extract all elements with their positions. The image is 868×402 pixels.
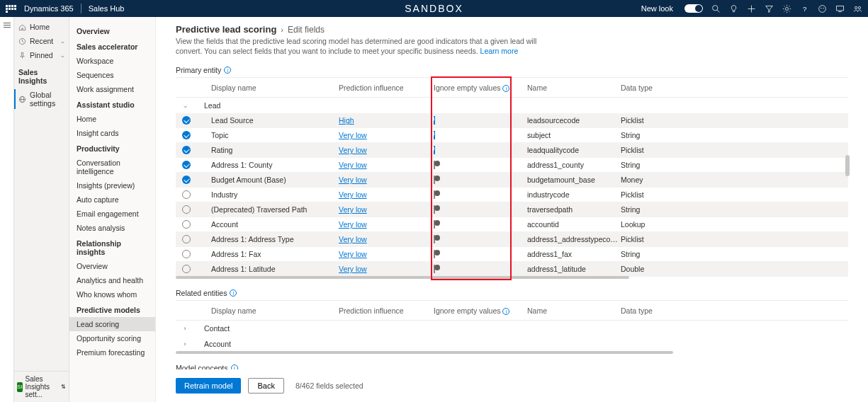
settings-icon[interactable] (782, 4, 791, 13)
settings-nav-item[interactable]: Lead scoring (69, 317, 155, 331)
ignore-toggle[interactable] (434, 265, 435, 273)
col-influence[interactable]: Prediction influence (336, 84, 431, 92)
row-checkbox[interactable] (182, 190, 191, 199)
settings-nav-item[interactable]: Analytics and health (69, 273, 155, 287)
ignore-toggle[interactable] (434, 161, 435, 169)
settings-nav-item[interactable]: Conversation intelligence (69, 156, 155, 178)
row-checkbox[interactable] (182, 265, 191, 273)
ignore-toggle[interactable] (434, 146, 435, 154)
influence-link[interactable]: Very low (339, 235, 367, 243)
back-button[interactable]: Back (248, 378, 283, 394)
filter-icon[interactable] (765, 4, 774, 13)
screen-icon[interactable] (835, 4, 845, 13)
horizontal-scrollbar[interactable] (176, 276, 629, 279)
table-row[interactable]: (Deprecated) Traversed PathVery lowtrave… (176, 202, 848, 217)
influence-link[interactable]: High (339, 116, 354, 125)
settings-nav-item[interactable]: Insight cards (69, 126, 155, 140)
settings-nav-item[interactable]: Email engagement (69, 207, 155, 221)
horizontal-scrollbar[interactable] (176, 351, 673, 354)
ignore-toggle[interactable] (434, 176, 435, 184)
ignore-toggle[interactable] (434, 190, 435, 199)
ignore-toggle[interactable] (434, 220, 435, 229)
teams-icon[interactable] (853, 4, 862, 13)
settings-nav-item[interactable]: Sequences (69, 68, 155, 82)
settings-nav-item[interactable]: Notes analysis (69, 221, 155, 235)
table-row[interactable]: Address 1: LatitudeVery lowaddress1_lati… (176, 262, 848, 277)
col-type[interactable]: Data type (618, 84, 673, 92)
table-row[interactable]: RatingVery lowleadqualitycodePicklist (176, 143, 848, 158)
settings-nav-item[interactable]: Auto capture (69, 193, 155, 207)
learn-more-link[interactable]: Learn more (480, 47, 519, 55)
table-row[interactable]: Address 1: CountyVery lowaddress1_county… (176, 158, 848, 173)
settings-nav-item[interactable]: Overview (69, 259, 155, 273)
row-checkbox[interactable] (182, 250, 191, 258)
nav-recent[interactable]: Recent ⌵ (14, 34, 69, 48)
row-checkbox[interactable] (182, 220, 191, 229)
ignore-toggle[interactable] (434, 131, 435, 139)
area-label[interactable]: Sales Hub (89, 4, 125, 13)
row-checkbox[interactable] (182, 131, 191, 139)
row-checkbox[interactable] (182, 235, 191, 243)
search-icon[interactable] (711, 4, 721, 13)
col-ignore[interactable]: Ignore empty values i (431, 306, 524, 316)
influence-link[interactable]: Very low (339, 265, 367, 273)
nav-group-header[interactable]: Overview (69, 23, 155, 38)
ignore-toggle[interactable] (434, 250, 435, 258)
row-checkbox[interactable] (182, 205, 191, 214)
nav-pinned[interactable]: Pinned ⌵ (14, 48, 69, 62)
settings-nav-item[interactable]: Premium forecasting (69, 345, 155, 360)
table-row[interactable]: Budget Amount (Base)Very lowbudgetamount… (176, 173, 848, 188)
info-icon[interactable]: i (502, 85, 509, 92)
info-icon[interactable]: i (224, 67, 231, 74)
settings-nav-item[interactable]: Home (69, 112, 155, 126)
table-row[interactable]: IndustryVery lowindustrycodePicklist (176, 188, 848, 202)
group-lead[interactable]: ⌵ Lead (176, 98, 848, 113)
group-contact[interactable]: › Contact (176, 321, 848, 336)
influence-link[interactable]: Very low (339, 250, 367, 258)
help-icon[interactable]: ? (800, 4, 809, 13)
col-ignore[interactable]: Ignore empty values i (431, 84, 524, 93)
influence-link[interactable]: Very low (339, 146, 367, 154)
retrain-button[interactable]: Retrain model (176, 378, 241, 394)
table-row[interactable]: TopicVery lowsubjectString (176, 128, 848, 143)
col-display[interactable]: Display name (194, 306, 336, 315)
row-checkbox[interactable] (182, 161, 191, 169)
nav-global-settings[interactable]: Global settings (14, 88, 69, 110)
ignore-toggle[interactable] (434, 235, 435, 243)
new-look-toggle[interactable] (684, 4, 703, 13)
row-checkbox[interactable] (182, 146, 191, 154)
settings-nav-item[interactable]: Opportunity scoring (69, 331, 155, 345)
col-name[interactable]: Name (524, 84, 618, 92)
influence-link[interactable]: Very low (339, 176, 367, 184)
plus-icon[interactable] (747, 4, 756, 13)
settings-nav-item[interactable]: Work assignment (69, 82, 155, 96)
settings-nav-item[interactable]: Workspace (69, 54, 155, 68)
table-row[interactable]: Address 1: FaxVery lowaddress1_faxString (176, 247, 848, 262)
influence-link[interactable]: Very low (339, 205, 367, 214)
info-icon[interactable]: i (502, 308, 509, 315)
hamburger-icon[interactable] (0, 23, 13, 28)
col-name[interactable]: Name (524, 306, 618, 315)
vertical-scrollbar[interactable] (845, 155, 850, 176)
table-row[interactable]: AccountVery lowaccountidLookup (176, 217, 848, 232)
assistant-icon[interactable] (818, 4, 827, 13)
influence-link[interactable]: Very low (339, 190, 367, 199)
lightbulb-icon[interactable] (729, 4, 738, 13)
nav-home[interactable]: Home (14, 20, 69, 34)
col-display[interactable]: Display name (194, 84, 336, 92)
info-icon[interactable]: i (230, 289, 237, 297)
table-row[interactable]: Address 1: Address TypeVery lowaddress1_… (176, 232, 848, 247)
row-checkbox[interactable] (182, 176, 191, 184)
group-account[interactable]: › Account (176, 336, 848, 352)
influence-link[interactable]: Very low (339, 220, 367, 229)
influence-link[interactable]: Very low (339, 161, 367, 169)
table-row[interactable]: Lead SourceHighleadsourcecodePicklist (176, 113, 848, 128)
ignore-toggle[interactable] (434, 116, 435, 125)
area-switcher[interactable]: SI Sales Insights sett... ⇅ (14, 371, 69, 402)
settings-nav-item[interactable]: Who knows whom (69, 287, 155, 302)
influence-link[interactable]: Very low (339, 131, 367, 139)
col-type[interactable]: Data type (618, 306, 673, 315)
settings-nav-item[interactable]: Insights (preview) (69, 178, 155, 193)
app-launcher-icon[interactable] (6, 5, 17, 13)
ignore-toggle[interactable] (434, 205, 435, 214)
